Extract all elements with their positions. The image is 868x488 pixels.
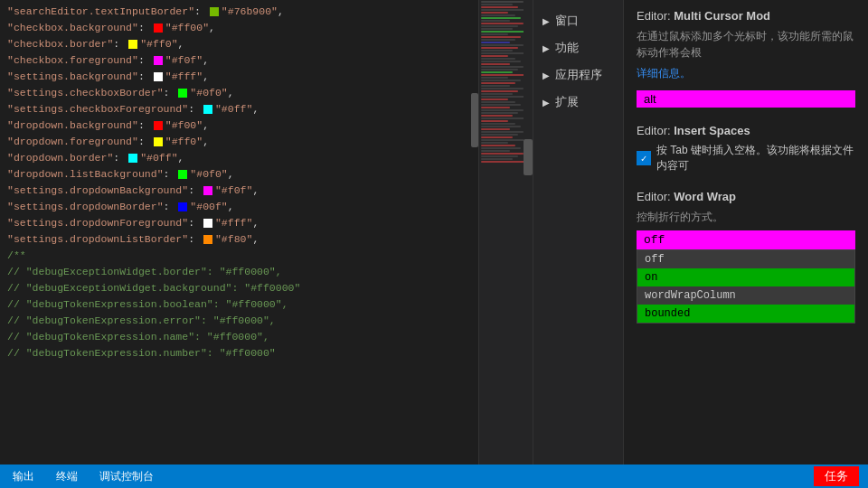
code-line: "settings.dropdownBackground" : "#f0f" , (7, 183, 471, 199)
insert-spaces-title: Editor: Insert Spaces (637, 124, 855, 137)
nav-arrow-icon: ▶ (542, 70, 550, 80)
word-wrap-title: Editor: Word Wrap (637, 190, 855, 203)
color-swatch (154, 56, 163, 65)
minimap-panel (479, 0, 533, 465)
word-wrap-title-bold: Word Wrap (674, 190, 736, 203)
status-left: 输出 终端 调试控制台 (9, 469, 157, 484)
insert-spaces-section: Editor: Insert Spaces ✓ 按 Tab 键时插入空格。该功能… (637, 124, 855, 174)
nav-item-window[interactable]: ▶ 窗口 (533, 7, 623, 34)
word-wrap-description: 控制折行的方式。 (637, 209, 855, 225)
color-swatch (154, 121, 163, 130)
multi-cursor-title-bold: Multi Cursor Mod (674, 9, 770, 23)
code-line: // "debugExceptionWidget.background": "#… (7, 280, 471, 296)
nav-item-label: 应用程序 (555, 67, 602, 83)
multi-cursor-link[interactable]: 详细信息。 (637, 67, 691, 80)
status-right: 任务 (814, 466, 859, 486)
color-swatch (203, 186, 212, 195)
color-swatch (154, 72, 163, 81)
color-swatch (178, 89, 187, 98)
nav-arrow-icon: ▶ (542, 98, 550, 108)
dropdown-option-bounded[interactable]: bounded (637, 305, 854, 323)
code-line: // "debugTokenExpression.error": "#ff000… (7, 313, 471, 329)
color-swatch (128, 154, 137, 163)
nav-item-app[interactable]: ▶ 应用程序 (533, 61, 623, 89)
code-line: "settings.background" : "#fff" , (7, 69, 471, 85)
insert-spaces-title-bold: Insert Spaces (674, 124, 750, 137)
dropdown-option-wordwrapcolumn[interactable]: wordWrapColumn (637, 286, 854, 305)
code-line: "dropdown.border" : "#0ff" , (7, 150, 471, 166)
nav-arrow-icon: ▶ (542, 16, 550, 26)
scrollbar-track[interactable] (524, 0, 533, 465)
color-swatch (203, 219, 212, 228)
code-line: "checkbox.foreground" : "#f0f" , (7, 52, 471, 69)
status-terminal[interactable]: 终端 (52, 469, 81, 484)
nav-item-label: 扩展 (555, 94, 579, 110)
color-swatch (154, 23, 163, 33)
multi-cursor-title: Editor: Multi Cursor Mod (637, 9, 855, 23)
status-debug-console[interactable]: 调试控制台 (96, 469, 157, 484)
code-line: /** (7, 248, 471, 264)
code-line: // "debugTokenExpression.name": "#ff0000… (7, 329, 471, 345)
code-line: "settings.dropdownForeground" : "#fff" , (7, 215, 471, 231)
word-wrap-selected[interactable]: off (637, 230, 855, 249)
code-line: "checkbox.background" : "#ff00" , (7, 20, 471, 36)
code-content: "searchEditor.textInputBorder" : "#76b90… (0, 0, 478, 365)
vertical-scrollbar[interactable] (471, 0, 478, 465)
code-line: // "debugTokenExpression.boolean": "#ff0… (7, 296, 471, 313)
multi-cursor-description: 在通过鼠标添加多个光标时，该功能所需的鼠标动作将会根 (637, 28, 855, 61)
code-line: "settings.dropdownListBorder" : "#f80" , (7, 231, 471, 248)
multi-cursor-value-input[interactable] (637, 90, 855, 108)
word-wrap-selected-value: off (644, 233, 665, 247)
nav-panel: ▶ 窗口 ▶ 功能 ▶ 应用程序 ▶ 扩展 (533, 0, 624, 465)
insert-spaces-description: 按 Tab 键时插入空格。该功能将根据文件内容可 (656, 143, 855, 174)
word-wrap-dropdown[interactable]: off off on wordWrapColumn bounded (637, 230, 855, 249)
code-line: "dropdown.foreground" : "#ff0" , (7, 134, 471, 150)
code-line: "settings.checkboxBorder" : "#0f0" , (7, 85, 471, 101)
color-swatch (154, 137, 163, 146)
code-line: // "debugTokenExpression.number": "#ff00… (7, 345, 471, 361)
code-line: "dropdown.background" : "#f00" , (7, 117, 471, 134)
word-wrap-section: Editor: Word Wrap 控制折行的方式。 off off on wo… (637, 190, 855, 286)
status-output[interactable]: 输出 (9, 469, 38, 484)
settings-panel: Editor: Multi Cursor Mod 在通过鼠标添加多个光标时，该功… (624, 0, 868, 465)
color-swatch (203, 235, 212, 244)
code-line: "dropdown.listBackground" : "#0f0" , (7, 166, 471, 183)
nav-item-feature[interactable]: ▶ 功能 (533, 34, 623, 61)
nav-item-label: 功能 (555, 40, 579, 56)
insert-spaces-row: ✓ 按 Tab 键时插入空格。该功能将根据文件内容可 (637, 143, 855, 174)
nav-arrow-icon: ▶ (542, 43, 550, 53)
nav-item-label: 窗口 (555, 13, 579, 29)
insert-spaces-checkbox[interactable]: ✓ (637, 151, 651, 165)
task-button[interactable]: 任务 (814, 466, 859, 486)
code-line: // "debugExceptionWidget.border": "#ff00… (7, 264, 471, 280)
dropdown-option-on[interactable]: on (637, 268, 854, 286)
scrollbar-thumb[interactable] (471, 93, 478, 147)
dropdown-option-off[interactable]: off (637, 250, 854, 268)
color-swatch (203, 105, 212, 114)
minimap-scrollbar-thumb[interactable] (524, 139, 533, 175)
code-line: "checkbox.border" : "#ff0" , (7, 36, 471, 52)
color-swatch (210, 7, 219, 16)
code-line: "settings.checkboxForeground" : "#0ff" , (7, 101, 471, 117)
checkmark-icon: ✓ (641, 153, 647, 164)
status-bar: 输出 终端 调试控制台 任务 (0, 465, 868, 488)
multi-cursor-section: Editor: Multi Cursor Mod 在通过鼠标添加多个光标时，该功… (637, 9, 855, 108)
code-line: "searchEditor.textInputBorder" : "#76b90… (7, 4, 471, 20)
word-wrap-menu: off on wordWrapColumn bounded (637, 249, 855, 324)
code-editor[interactable]: "searchEditor.textInputBorder" : "#76b90… (0, 0, 479, 465)
main-area: "searchEditor.textInputBorder" : "#76b90… (0, 0, 868, 465)
code-line: "settings.dropdownBorder" : "#00f" , (7, 199, 471, 215)
color-swatch (178, 202, 187, 211)
line-text: "searchEditor.textInputBorder" (7, 4, 194, 20)
nav-item-extension[interactable]: ▶ 扩展 (533, 89, 623, 116)
color-swatch (178, 170, 187, 179)
color-swatch (128, 40, 137, 49)
